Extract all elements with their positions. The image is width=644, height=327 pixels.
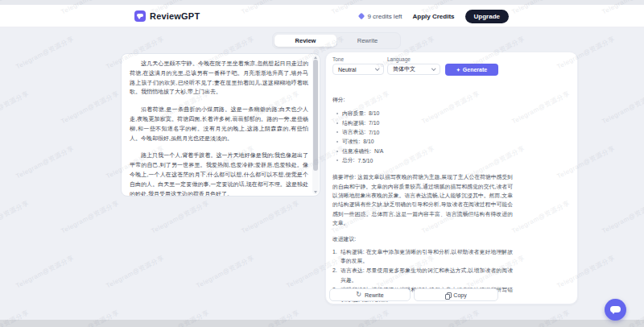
credits-indicator: 9 credits left (359, 13, 402, 20)
watermark-text: Telegram@资源分享 (0, 89, 31, 126)
suggestion-text: 语言表达: 尽量使用更多形象生动的词汇和表达方式,以增加读者的阅读兴趣。 (341, 266, 513, 284)
rewrite-label: Rewrite (365, 292, 384, 298)
watermark-text: Telegram@资源分享 (240, 199, 301, 236)
suggestion-number: 2. (332, 266, 341, 284)
watermark-text: Telegram@资源分享 (195, 254, 256, 291)
watermark-text: Telegram@资源分享 (14, 144, 76, 181)
essay-text[interactable]: 这几天心里颇不宁静。今晚在院子里坐着乘凉,忽然想起日日走过的荷塘,在这满月的光里… (122, 54, 310, 196)
summary-text: 这篇文章以描写夜晚的荷塘为主题,展现了主人公在荷塘中感受到的自由和宁静。文章的内… (332, 174, 513, 226)
bullet-dot-icon (336, 122, 338, 124)
tone-label: Tone (332, 56, 344, 62)
score-label: 语言表达: (342, 128, 365, 136)
chevron-down-icon (375, 66, 380, 71)
suggestion-text: 结构逻辑: 在文章中添加更清晰的引导和分析,以帮助读者更好地理解故事的发展。 (341, 247, 513, 266)
score-label: 信息准确性: (342, 147, 371, 155)
watermark-text: Telegram@资源分享 (14, 35, 76, 72)
window-bottom-edge (0, 320, 644, 327)
watermark-text: Telegram@资源分享 (0, 199, 31, 236)
score-row: 总分:7.5/10 (332, 155, 513, 165)
score-value: 7/10 (369, 130, 379, 135)
tab-review[interactable]: Review (275, 35, 336, 47)
copy-icon (445, 292, 450, 298)
score-label: 可读性: (342, 138, 360, 146)
bullet-dot-icon (336, 141, 338, 143)
suggestion-number: 1. (332, 247, 341, 266)
suggestion-item: 1.结构逻辑: 在文章中添加更清晰的引导和分析,以帮助读者更好地理解故事的发展。 (332, 247, 513, 266)
language-label: Language (387, 56, 411, 62)
score-row: 可读性:8/10 (332, 137, 513, 147)
chevron-down-icon (431, 66, 436, 71)
essay-input-area[interactable]: 这几天心里颇不宁静。今晚在院子里坐着乘凉,忽然想起日日走过的荷塘,在这满月的光里… (121, 53, 320, 197)
score-list: 内容质量:8/10结构逻辑:7/10语言表达:7/10可读性:8/10信息准确性… (332, 109, 513, 165)
score-row: 语言表达:7/10 (332, 127, 513, 137)
suggestion-item: 2.语言表达: 尽量使用更多形象生动的词汇和表达方式,以增加读者的阅读兴趣。 (332, 266, 513, 284)
apply-credits-link[interactable]: Apply Credits (413, 13, 455, 20)
language-value: 简体中文 (393, 65, 415, 73)
copy-button[interactable]: Copy (414, 288, 498, 301)
review-panel: Tone Neutral Language 简体中文 ✦ Generate 得分… (325, 52, 578, 304)
watermark-text: Telegram@资源分享 (60, 89, 121, 126)
watermark-text: Telegram@资源分享 (60, 199, 121, 236)
bullet-dot-icon (336, 151, 338, 152)
chat-widget-button[interactable] (605, 299, 626, 321)
tone-select[interactable]: Neutral (332, 64, 384, 75)
sparkle-icon: ✦ (456, 67, 460, 72)
score-label: 内容质量: (342, 110, 365, 118)
tone-value: Neutral (338, 67, 357, 72)
suggestions-title: 改进建议: (332, 235, 513, 243)
scroll-up-icon[interactable] (314, 56, 317, 59)
bullet-dot-icon (336, 113, 338, 114)
review-results: 得分: 内容质量:8/10结构逻辑:7/10语言表达:7/10可读性:8/10信… (332, 96, 513, 304)
watermark-text: Telegram@资源分享 (601, 89, 644, 126)
generate-button[interactable]: ✦ Generate (445, 64, 498, 76)
essay-scrollbar[interactable] (312, 56, 319, 194)
mode-tabs: Review Rewrite (272, 32, 401, 49)
scrollbar-thumb[interactable] (313, 60, 318, 171)
summary-label: 摘要评价: (332, 174, 356, 180)
summary-paragraph: 摘要评价: 这篇文章以描写夜晚的荷塘为主题,展现了主人公在荷塘中感受到的自由和宁… (332, 172, 513, 227)
generate-label: Generate (463, 67, 487, 72)
score-label: 总分: (342, 156, 354, 164)
watermark-text: Telegram@资源分享 (105, 254, 166, 291)
chat-icon (610, 306, 621, 313)
watermark-text: Telegram@资源分享 (150, 199, 211, 236)
scroll-down-icon[interactable] (314, 191, 317, 193)
credits-label: 9 credits left (367, 13, 402, 20)
credit-gem-icon (358, 13, 365, 19)
score-value: 7.5/10 (357, 158, 373, 164)
upgrade-button[interactable]: Upgrade (465, 10, 509, 23)
tab-rewrite[interactable]: Rewrite (336, 35, 398, 47)
refresh-icon: ↻ (356, 292, 361, 298)
chat-bubble-logo-icon (134, 10, 146, 22)
watermark-text: Telegram@资源分享 (14, 254, 76, 291)
essay-paragraph: 路上只我一个人,背着手踱着。这一片天地好像是我的;我也像超出了平常的自己,到了另… (130, 151, 308, 196)
header-actions: 9 credits left Apply Credits Upgrade (359, 5, 509, 27)
essay-paragraph: 这几天心里颇不宁静。今晚在院子里坐着乘凉,忽然想起日日走过的荷塘,在这满月的光里… (130, 59, 308, 97)
score-value: 7/10 (369, 120, 379, 126)
rewrite-button[interactable]: ↻ Rewrite (329, 288, 411, 301)
language-select[interactable]: 简体中文 (387, 64, 440, 75)
score-row: 内容质量:8/10 (332, 109, 513, 118)
score-value: N/A (374, 148, 383, 154)
app-title: ReviewGPT (150, 11, 200, 21)
essay-paragraph: 沿着荷塘,是一条曲折的小煤屑路。这是一条幽僻的路;白天也少人走,夜晚更加寂寞。荷… (130, 105, 308, 143)
copy-label: Copy (453, 292, 466, 298)
score-title: 得分: (332, 96, 513, 104)
app-logo[interactable]: ReviewGPT (134, 10, 200, 22)
watermark-text: Telegram@资源分享 (601, 199, 644, 236)
score-label: 结构逻辑: (342, 119, 365, 127)
score-value: 8/10 (363, 139, 374, 144)
bullet-dot-icon (336, 159, 338, 161)
score-row: 信息准确性:N/A (332, 147, 513, 156)
score-row: 结构逻辑:7/10 (332, 118, 513, 128)
app-header: ReviewGPT 9 credits left Apply Credits U… (0, 5, 644, 27)
bullet-dot-icon (336, 131, 338, 133)
score-value: 8/10 (369, 110, 379, 116)
